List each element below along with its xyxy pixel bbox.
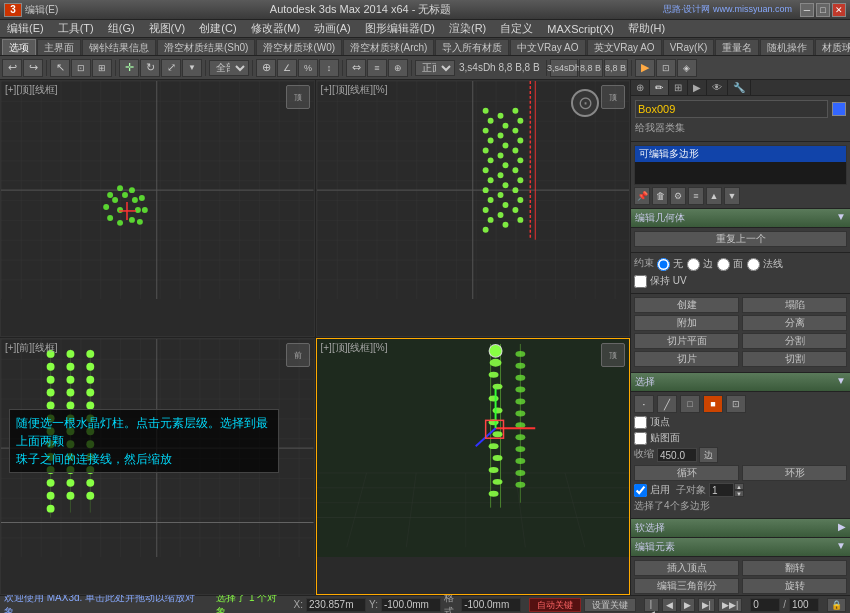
tab-random[interactable]: 随机操作: [760, 39, 814, 55]
mod-stack-show-all[interactable]: ≡: [688, 187, 704, 205]
tab-slide-mat2[interactable]: 滑空材质球(W0): [256, 39, 342, 55]
close-btn[interactable]: ✕: [832, 3, 846, 17]
steps-down[interactable]: ▼: [734, 490, 744, 497]
mod-stack-up[interactable]: ▲: [706, 187, 722, 205]
attach-btn[interactable]: 附加: [634, 315, 739, 331]
viewport-bottom-right[interactable]: [+][顶][线框][%] 顶: [316, 338, 631, 595]
ignore-back-check[interactable]: 贴图面: [634, 431, 680, 445]
tab-steel-info[interactable]: 钢钋结果信息: [82, 39, 156, 55]
next-frame-btn[interactable]: ▶|: [698, 598, 715, 612]
redo-btn[interactable]: ↪: [23, 59, 43, 77]
viewport-top-left[interactable]: [+][顶][线框] 顶: [0, 80, 315, 337]
snap-toggle[interactable]: ⊕: [256, 59, 276, 77]
play-btn[interactable]: ▶: [680, 598, 695, 612]
tab-vray-ao-en[interactable]: 英文VRay AO: [587, 39, 662, 55]
ignore-back-input[interactable]: [634, 432, 647, 445]
radio-edge-input[interactable]: [687, 258, 700, 271]
material-editor-btn[interactable]: ◈: [677, 59, 697, 77]
filter-dropdown[interactable]: 全部: [209, 60, 249, 76]
border-btn[interactable]: □: [680, 395, 700, 413]
first-frame-btn[interactable]: |◀: [644, 598, 659, 612]
layer-btn[interactable]: ⊕: [388, 59, 408, 77]
radio-none[interactable]: 无: [657, 257, 683, 271]
slice-plane-btn[interactable]: 切片平面: [634, 333, 739, 349]
radio-normal-input[interactable]: [747, 258, 760, 271]
edit-geom-header[interactable]: 编辑几何体 ▼: [631, 209, 850, 228]
view-mode-dropdown[interactable]: 正面: [415, 60, 455, 76]
align-btn[interactable]: ≡: [367, 59, 387, 77]
move-btn[interactable]: ✛: [119, 59, 139, 77]
menu-customize[interactable]: 自定义: [497, 21, 536, 36]
divide-btn[interactable]: 分割: [742, 333, 847, 349]
tab-options[interactable]: 选项: [2, 39, 36, 55]
tab-rename[interactable]: 重量名: [715, 39, 759, 55]
reset-slice-btn[interactable]: 切割: [742, 351, 847, 367]
tab-vray-ao-cn[interactable]: 中文VRay AO: [510, 39, 585, 55]
soft-sel-header[interactable]: 软选择 ▶: [631, 519, 850, 538]
vertex-btn[interactable]: ·: [634, 395, 654, 413]
object-color-swatch[interactable]: [832, 102, 846, 116]
auto-key-btn[interactable]: 自动关键点: [529, 598, 581, 612]
element-btn[interactable]: ⊡: [726, 395, 746, 413]
render-btn[interactable]: ▶: [635, 59, 655, 77]
mod-stack-remove[interactable]: 🗑: [652, 187, 668, 205]
repeat-last-btn[interactable]: 重复上一个: [634, 231, 847, 247]
set-key-btn[interactable]: 设置关键点: [584, 598, 636, 612]
prev-frame-btn[interactable]: ◀: [662, 598, 677, 612]
menu-render[interactable]: 渲染(R): [446, 21, 489, 36]
by-vertex-check[interactable]: 顶点: [634, 415, 670, 429]
select-btn[interactable]: ↖: [50, 59, 70, 77]
current-frame-input[interactable]: [750, 598, 780, 612]
last-frame-btn[interactable]: ▶▶|: [718, 598, 742, 612]
collapse-btn[interactable]: 塌陷: [742, 297, 847, 313]
viewport-bottom-left[interactable]: [+][前][线框] 前 随便选一根水晶灯柱。点击元素层级。选择到最上面两颗 珠…: [0, 338, 315, 595]
edge-btn[interactable]: ╱: [657, 395, 677, 413]
menu-help[interactable]: 帮助(H): [625, 21, 668, 36]
render-frame-btn[interactable]: ⊡: [656, 59, 676, 77]
tab-vray-k[interactable]: VRay(K): [663, 39, 715, 55]
scale-btn[interactable]: ⤢: [161, 59, 181, 77]
ph-tab-motion[interactable]: ▶: [688, 80, 707, 95]
steps-input[interactable]: [709, 483, 734, 497]
nav-cube-tl[interactable]: 顶: [286, 85, 310, 109]
menu-views[interactable]: 视图(V): [146, 21, 189, 36]
object-name-input[interactable]: [635, 100, 828, 118]
viewport-top-right[interactable]: [+][顶][线框][%] 顶 ⊙: [316, 80, 631, 337]
menu-maxscript[interactable]: MAXScript(X): [544, 23, 617, 35]
window-cross-btn[interactable]: ⊞: [92, 59, 112, 77]
radio-face[interactable]: 面: [717, 257, 743, 271]
slice-btn[interactable]: 切片: [634, 351, 739, 367]
by-vertex-input[interactable]: [634, 416, 647, 429]
scale-type-btn[interactable]: ▼: [182, 59, 202, 77]
ph-tab-create[interactable]: ⊕: [631, 80, 650, 95]
maximize-btn[interactable]: □: [816, 3, 830, 17]
shrink-input[interactable]: [657, 448, 697, 462]
ph-tab-display[interactable]: 👁: [707, 80, 728, 95]
edit-elem-header[interactable]: 编辑元素 ▼: [631, 538, 850, 557]
preserve-uv-check[interactable]: 保持 UV: [634, 274, 687, 288]
tab-slide-mat[interactable]: 滑空材质结果(Sh0): [157, 39, 255, 55]
detach-btn[interactable]: 分离: [742, 315, 847, 331]
ph-tab-utilities[interactable]: 🔧: [728, 80, 751, 95]
edit-tri-btn[interactable]: 编辑三角剖分: [634, 578, 739, 594]
flip-btn[interactable]: 翻转: [742, 560, 847, 576]
radio-normal[interactable]: 法线: [747, 257, 783, 271]
lock-btn[interactable]: 🔒: [827, 598, 846, 612]
radio-edge[interactable]: 边: [687, 257, 713, 271]
menu-animation[interactable]: 动画(A): [311, 21, 354, 36]
preview-sel-check[interactable]: 启用: [634, 483, 670, 497]
tab-mat-result[interactable]: 材质球结果: [815, 39, 850, 55]
tab-main[interactable]: 主界面: [37, 39, 81, 55]
mod-stack-pin[interactable]: 📌: [634, 187, 650, 205]
rotate-btn[interactable]: ↻: [140, 59, 160, 77]
undo-btn[interactable]: ↩: [2, 59, 22, 77]
loop-btn[interactable]: 环形: [742, 465, 847, 481]
mod-item-editable-poly[interactable]: 可编辑多边形: [635, 146, 846, 162]
grid-input[interactable]: [461, 598, 521, 612]
menu-group[interactable]: 组(G): [105, 21, 138, 36]
menu-graph-editors[interactable]: 图形编辑器(D): [362, 21, 438, 36]
total-frames-input[interactable]: [789, 598, 819, 612]
preview-sel-input[interactable]: [634, 484, 647, 497]
snap1-btn[interactable]: 3,s4sDh: [550, 59, 578, 77]
mod-stack-config[interactable]: ⚙: [670, 187, 686, 205]
